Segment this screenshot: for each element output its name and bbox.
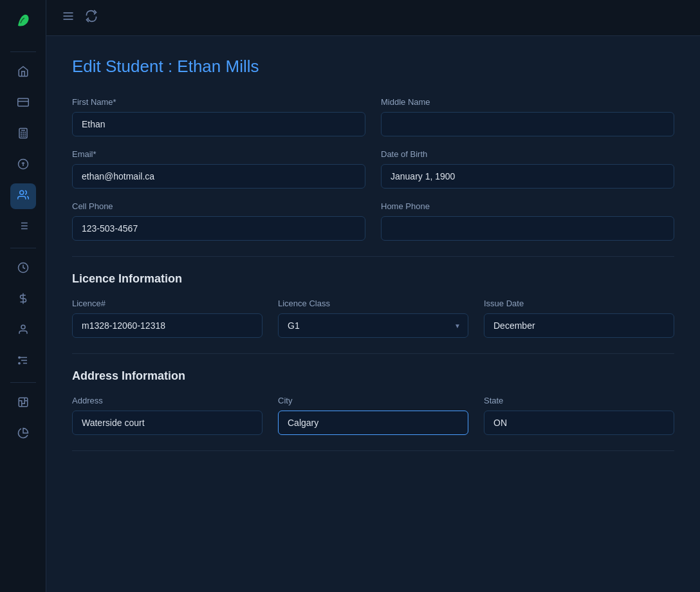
city-group: City	[278, 396, 468, 435]
sidebar-item-pie[interactable]	[10, 421, 36, 447]
issue-date-label: Issue Date	[484, 299, 674, 308]
sidebar-item-dollar[interactable]	[10, 153, 36, 178]
calculator-icon	[17, 127, 29, 142]
sidebar-item-chart[interactable]	[10, 391, 36, 416]
home-phone-input[interactable]	[381, 216, 674, 241]
first-name-input[interactable]	[72, 112, 365, 136]
sidebar-item-dollar2[interactable]	[10, 287, 36, 313]
svg-rect-0	[17, 98, 28, 106]
chart-icon	[17, 396, 29, 411]
first-name-group: First Name*	[72, 97, 365, 136]
card-icon	[17, 97, 29, 111]
address-group: Address	[72, 396, 262, 435]
licence-row: Licence# Licence Class G1 G2 G M1 M2 M	[72, 299, 674, 338]
state-group: State	[484, 396, 674, 435]
sidebar-item-clock[interactable]	[10, 256, 36, 282]
svg-rect-31	[19, 398, 28, 407]
address-row: Address City State	[72, 396, 674, 435]
city-input[interactable]	[278, 411, 468, 435]
person-icon	[17, 324, 29, 338]
sidebar-divider-1	[10, 51, 36, 52]
sidebar-item-home[interactable]	[10, 60, 36, 86]
state-label: State	[484, 396, 674, 405]
svg-point-29	[18, 356, 19, 358]
sidebar-item-list[interactable]	[10, 214, 36, 240]
content-area: Edit Student : Ethan Mills First Name* M…	[46, 36, 700, 592]
email-dob-row: Email* Date of Birth	[72, 149, 674, 189]
topbar	[46, 0, 700, 36]
issue-date-group: Issue Date	[484, 299, 674, 338]
home-icon	[17, 66, 29, 80]
licence-number-group: Licence#	[72, 299, 262, 338]
refresh-icon[interactable]	[85, 10, 98, 26]
licence-class-label: Licence Class	[278, 299, 468, 308]
sidebar-item-card[interactable]	[10, 91, 36, 116]
dollar2-icon	[17, 293, 29, 308]
svg-point-25	[21, 325, 25, 329]
dollar-icon	[17, 158, 29, 173]
home-phone-label: Home Phone	[381, 201, 674, 211]
licence-number-label: Licence#	[72, 299, 262, 308]
menu-icon[interactable]	[62, 10, 75, 26]
title-suffix: : Ethan Mills	[163, 57, 259, 76]
phone-row: Cell Phone Home Phone	[72, 201, 674, 241]
students-icon	[17, 189, 29, 204]
list-icon	[17, 220, 29, 235]
page-title: Edit Student : Ethan Mills	[72, 57, 674, 77]
dob-input[interactable]	[381, 164, 674, 189]
dob-label: Date of Birth	[381, 149, 674, 159]
title-prefix: Edit Student	[72, 57, 163, 76]
clock-icon	[17, 262, 29, 277]
first-name-label: First Name*	[72, 97, 365, 107]
address-label: Address	[72, 396, 262, 405]
issue-date-input[interactable]	[484, 313, 674, 338]
middle-name-group: Middle Name	[381, 97, 674, 136]
main-container: Edit Student : Ethan Mills First Name* M…	[46, 0, 700, 592]
svg-point-16	[19, 190, 23, 194]
licence-section-title: Licence Information	[72, 272, 674, 286]
city-label: City	[278, 396, 468, 405]
bottom-divider	[72, 450, 674, 451]
name-row: First Name* Middle Name	[72, 97, 674, 136]
cell-phone-label: Cell Phone	[72, 201, 365, 211]
address-input[interactable]	[72, 411, 262, 435]
licence-class-group: Licence Class G1 G2 G M1 M2 M	[278, 299, 468, 338]
cell-phone-input[interactable]	[72, 216, 365, 241]
address-section-title: Address Information	[72, 369, 674, 383]
sidebar-item-students[interactable]	[10, 183, 36, 209]
svg-point-30	[18, 362, 19, 364]
app-logo	[13, 10, 33, 33]
middle-name-input[interactable]	[381, 112, 674, 136]
licence-divider	[72, 256, 674, 257]
licence-class-select[interactable]: G1 G2 G M1 M2 M	[278, 313, 468, 338]
middle-name-label: Middle Name	[381, 97, 674, 107]
cell-phone-group: Cell Phone	[72, 201, 365, 241]
sidebar-item-person[interactable]	[10, 318, 36, 344]
sidebar-item-calculator[interactable]	[10, 122, 36, 147]
home-phone-group: Home Phone	[381, 201, 674, 241]
dob-group: Date of Birth	[381, 149, 674, 189]
email-label: Email*	[72, 149, 365, 159]
sidebar-divider-3	[10, 382, 36, 383]
pie-icon	[17, 427, 29, 442]
licence-class-select-wrapper: G1 G2 G M1 M2 M	[278, 313, 468, 338]
licence-number-input[interactable]	[72, 313, 262, 338]
email-group: Email*	[72, 149, 365, 189]
state-input[interactable]	[484, 411, 674, 435]
settings-icon	[17, 355, 29, 369]
sidebar-item-settings[interactable]	[10, 349, 36, 375]
address-divider	[72, 353, 674, 354]
sidebar-divider-2	[10, 248, 36, 248]
sidebar	[0, 0, 46, 592]
email-input[interactable]	[72, 164, 365, 189]
